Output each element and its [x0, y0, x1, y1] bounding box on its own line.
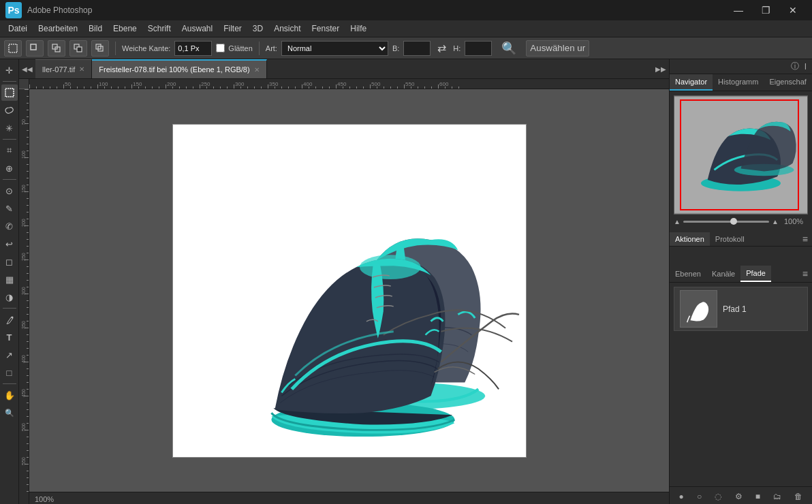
- layer-circle-btn[interactable]: ○: [697, 492, 702, 501]
- tab-histogramm[interactable]: Histogramm: [713, 74, 764, 91]
- select-mode-sub-btn[interactable]: [69, 40, 87, 57]
- title-bar: Ps Adobe Photoshop — ❐ ✕: [0, 0, 812, 20]
- tab-eigenschaf[interactable]: Eigenschaf: [764, 74, 811, 91]
- svg-rect-0: [9, 44, 17, 52]
- tool-sep-5: [3, 383, 16, 384]
- top-panel-tabs: Navigator Histogramm Eigenschaf Korrektu…: [670, 74, 812, 91]
- tab-1-close[interactable]: ✕: [254, 66, 260, 74]
- select-mode-new-btn[interactable]: [26, 40, 44, 57]
- canvas-view[interactable]: [29, 89, 669, 492]
- path-select-tool[interactable]: ↗: [1, 347, 18, 363]
- menu-ansicht[interactable]: Ansicht: [268, 22, 306, 35]
- tab-1[interactable]: Freisteller-078.tif bei 100% (Ebene 1, R…: [92, 59, 266, 78]
- hand-tool[interactable]: ✋: [1, 387, 18, 403]
- zoom-in-btn[interactable]: ▲: [772, 218, 779, 225]
- stamp-tool[interactable]: ✆: [1, 218, 18, 234]
- magic-wand-tool[interactable]: ✳: [1, 120, 18, 136]
- shape-tool[interactable]: □: [1, 364, 18, 381]
- menu-auswahl[interactable]: Auswahl: [176, 22, 218, 35]
- menu-schrift[interactable]: Schrift: [142, 22, 176, 35]
- status-bar: 100%: [29, 492, 669, 504]
- select-subject-btn[interactable]: Auswählen ur: [526, 40, 589, 57]
- tab-pfade[interactable]: Pfade: [740, 266, 771, 282]
- menu-filter[interactable]: Filter: [218, 22, 247, 35]
- crop-tool[interactable]: ⌗: [1, 142, 18, 159]
- b-input[interactable]: [403, 41, 431, 56]
- info-i-btn[interactable]: ⓘ: [788, 60, 802, 73]
- minimize-button[interactable]: —: [725, 0, 752, 20]
- aktionen-tabs: Aktionen Protokoll ≡: [670, 232, 812, 247]
- zoom-thumb[interactable]: [730, 218, 737, 225]
- tab-0[interactable]: ller-077.tif ✕: [35, 59, 92, 78]
- title-left: Ps Adobe Photoshop: [5, 2, 92, 18]
- lasso-tool[interactable]: [1, 102, 18, 119]
- window-controls[interactable]: — ❐ ✕: [725, 0, 807, 20]
- type-tool[interactable]: T: [1, 329, 18, 345]
- info-I-btn[interactable]: I: [802, 61, 809, 72]
- pen-tool[interactable]: [1, 311, 18, 328]
- tab-protokoll[interactable]: Protokoll: [710, 232, 750, 246]
- layer-settings-btn[interactable]: ⚙: [735, 492, 743, 501]
- brush-tool[interactable]: ✎: [1, 200, 18, 217]
- eraser-tool[interactable]: ◻: [1, 253, 18, 270]
- layer-fill-circle-btn[interactable]: ●: [679, 492, 684, 501]
- tab-navigator[interactable]: Navigator: [670, 74, 713, 91]
- layer-delete-btn[interactable]: 🗑: [794, 492, 802, 501]
- tab-scroll-right-btn[interactable]: ▶▶: [653, 59, 669, 78]
- tab-kanaele[interactable]: Kanäle: [706, 266, 740, 281]
- menu-fenster[interactable]: Fenster: [307, 22, 345, 35]
- svg-rect-5: [77, 47, 82, 52]
- zoom-slider[interactable]: [683, 221, 769, 223]
- options-sep-2: [259, 42, 260, 55]
- options-sep-1: [115, 42, 116, 55]
- history-brush-tool[interactable]: ↩: [1, 236, 18, 252]
- menu-3d[interactable]: 3D: [247, 22, 268, 35]
- main-layout: ✛ ✳ ⌗ ⊕ ⊙ ✎ ✆ ↩ ◻ ▦ ◑ T ↗ □ ✋ 🔍 ◀◀: [0, 59, 812, 504]
- app-title: Adobe Photoshop: [27, 5, 92, 15]
- canvas-scroll-area: 100%: [29, 79, 669, 504]
- search-icon[interactable]: 🔍: [499, 41, 519, 56]
- eyedropper-tool[interactable]: ⊕: [1, 160, 18, 176]
- layer-menu-btn[interactable]: ≡: [798, 268, 812, 279]
- zoom-out-btn[interactable]: ▲: [674, 218, 681, 225]
- layer-group-btn[interactable]: 🗂: [773, 492, 781, 501]
- svg-point-13: [359, 255, 420, 279]
- h-input[interactable]: [465, 41, 492, 56]
- tool-sep-4: [3, 308, 16, 309]
- path-item-1[interactable]: Pfad 1: [674, 287, 808, 331]
- menu-bild[interactable]: Bild: [83, 22, 108, 35]
- layer-fill-rect-btn[interactable]: ■: [755, 492, 760, 501]
- feather-input[interactable]: [174, 41, 212, 56]
- menu-ebene[interactable]: Ebene: [108, 22, 142, 35]
- select-mode-add-btn[interactable]: [48, 40, 65, 57]
- menu-bearbeiten[interactable]: Bearbeiten: [33, 22, 83, 35]
- close-button[interactable]: ✕: [779, 0, 807, 20]
- art-dropdown[interactable]: Normal Fest definiertes Verhältnis Feste…: [281, 41, 388, 56]
- zoom-percent: 100%: [784, 217, 808, 225]
- heal-tool[interactable]: ⊙: [1, 183, 18, 199]
- tab-ebenen[interactable]: Ebenen: [670, 266, 706, 281]
- selection-rect-btn[interactable]: [4, 40, 22, 57]
- tab-0-close[interactable]: ✕: [79, 65, 84, 73]
- aktionen-content: [670, 247, 812, 266]
- move-tool[interactable]: ✛: [1, 62, 18, 78]
- aktionen-menu-btn[interactable]: ≡: [798, 232, 812, 246]
- layer-dotted-circle-btn[interactable]: ◌: [715, 492, 721, 501]
- smooth-checkbox[interactable]: [216, 44, 225, 52]
- b-label: B:: [392, 44, 399, 52]
- select-mode-intersect-btn[interactable]: [91, 40, 109, 57]
- ps-logo: Ps: [5, 2, 22, 18]
- gradient-tool[interactable]: ▦: [1, 271, 18, 287]
- tab-scroll-left-btn[interactable]: ◀◀: [19, 59, 35, 78]
- menu-hilfe[interactable]: Hilfe: [345, 22, 372, 35]
- navigator-content: ▲ ▲ 100%: [670, 91, 812, 232]
- selection-tool[interactable]: [1, 84, 18, 101]
- navigator-viewport-box[interactable]: [680, 99, 800, 210]
- tab-aktionen[interactable]: Aktionen: [670, 232, 710, 246]
- layer-content: Pfad 1: [670, 283, 812, 486]
- swap-icon[interactable]: ⇄: [435, 42, 449, 54]
- menu-datei[interactable]: Datei: [3, 22, 33, 35]
- zoom-tool[interactable]: 🔍: [1, 405, 18, 421]
- dodge-tool[interactable]: ◑: [1, 289, 18, 305]
- maximize-button[interactable]: ❐: [752, 0, 779, 20]
